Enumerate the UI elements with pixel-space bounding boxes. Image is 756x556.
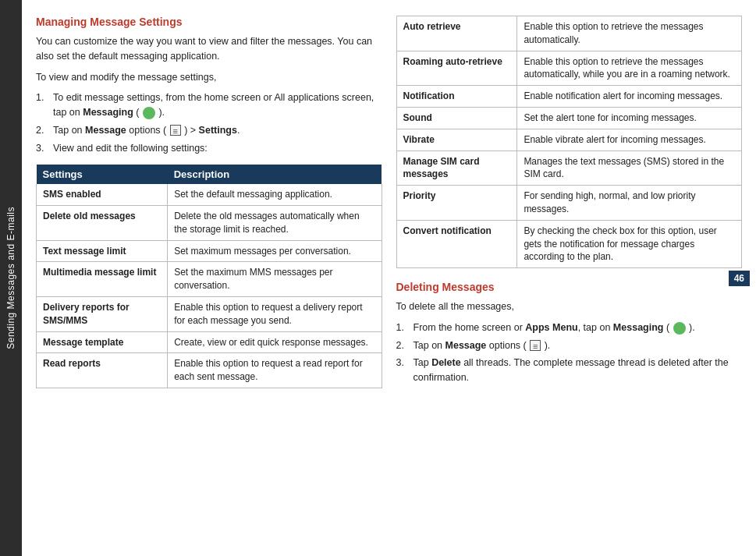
main-content: Managing Message Settings You can custom… [22,0,756,556]
sidebar-label: Sending Messages and E-mails [5,207,16,349]
step-2: 2. Tap on Message options ( ) > Settings… [36,123,382,138]
right-table: Auto retrieve Enable this option to retr… [396,16,743,268]
settings-col-header: Settings [37,165,168,184]
setting-name: Text message limit [37,240,168,262]
table-row: Auto retrieve Enable this option to retr… [396,16,742,51]
setting-desc: Manages the text messages (SMS) stored i… [517,151,742,186]
setting-name: Priority [396,186,517,221]
table-row: Notification Enable notification alert f… [396,86,742,108]
intro-para-2: To view and modify the message settings, [36,70,382,85]
left-column: Managing Message Settings You can custom… [36,16,382,540]
setting-name: Notification [396,86,517,108]
setting-desc: For sending high, normal, and low priori… [517,186,742,221]
setting-desc: Enable this option to request a delivery… [168,297,382,332]
table-row: Convert notification By checking the che… [396,220,742,267]
messaging-icon-2 [673,322,686,335]
managing-title: Managing Message Settings [36,16,382,28]
table-row: Multimedia message limit Set the maximum… [37,262,382,297]
setting-desc: Set the default messaging application. [168,184,382,205]
description-col-header: Description [168,165,382,184]
setting-name: Delete old messages [37,206,168,241]
setting-desc: Set the alert tone for incoming messages… [517,107,742,129]
table-row: Read reports Enable this option to reque… [37,353,382,388]
setting-desc: Enable notification alert for incoming m… [517,86,742,108]
table-row: Delete old messages Delete the old messa… [37,206,382,241]
messaging-icon-1 [143,107,155,119]
deleting-intro: To delete all the messages, [396,299,743,314]
setting-name: SMS enabled [37,184,168,205]
setting-name: Convert notification [396,220,517,267]
intro-para-1: You can customize the way you want to vi… [36,34,382,64]
setting-name: Sound [396,107,517,129]
setting-desc: Create, view or edit quick response mess… [168,331,382,353]
setting-desc: Set maximum messages per conversation. [168,240,382,262]
table-row: Delivery reports for SMS/MMS Enable this… [37,297,382,332]
setting-name: Vibrate [396,129,517,151]
setting-desc: Enable this option to retrieve the messa… [517,16,742,51]
setting-name: Manage SIM card messages [396,151,517,186]
setting-desc: Enable this option to retrieve the messa… [517,51,742,86]
table-row: Sound Set the alert tone for incoming me… [396,107,742,129]
step-1: 1. To edit message settings, from the ho… [36,90,382,120]
right-column: Auto retrieve Enable this option to retr… [396,16,743,540]
step-3: 3. View and edit the following settings: [36,141,382,156]
del-step-2: 2. Tap on Message options ( ). [396,338,743,353]
sidebar: Sending Messages and E-mails [0,0,22,556]
table-row: SMS enabled Set the default messaging ap… [37,184,382,205]
setting-name: Roaming auto-retrieve [396,51,517,86]
setting-desc: Enable vibrate alert for incoming messag… [517,129,742,151]
del-step-3: 3. Tap Delete all threads. The complete … [396,356,743,385]
setting-name: Message template [37,331,168,353]
deleting-steps-list: 1. From the home screen or Apps Menu, ta… [396,320,743,385]
table-row: Vibrate Enable vibrate alert for incomin… [396,129,742,151]
setting-desc: Enable this option to request a read rep… [168,353,382,388]
setting-name: Multimedia message limit [37,262,168,297]
deleting-section: Deleting Messages To delete all the mess… [396,281,743,385]
setting-name: Delivery reports for SMS/MMS [37,297,168,332]
setting-name: Auto retrieve [396,16,517,51]
menu-icon-2 [530,340,541,351]
table-row: Message template Create, view or edit qu… [37,331,382,353]
table-row: Priority For sending high, normal, and l… [396,186,742,221]
settings-table: Settings Description SMS enabled Set the… [36,165,382,388]
setting-desc: Delete the old messages automatically wh… [168,206,382,241]
setting-desc: Set the maximum MMS messages per convers… [168,262,382,297]
steps-list: 1. To edit message settings, from the ho… [36,90,382,155]
del-step-1: 1. From the home screen or Apps Menu, ta… [396,320,743,335]
menu-icon-1 [170,125,181,136]
table-row: Text message limit Set maximum messages … [37,240,382,262]
deleting-title: Deleting Messages [396,281,743,293]
table-row: Manage SIM card messages Manages the tex… [396,151,742,186]
setting-desc: By checking the check box for this optio… [517,220,742,267]
page-number: 46 [729,271,750,286]
table-row: Roaming auto-retrieve Enable this option… [396,51,742,86]
setting-name: Read reports [37,353,168,388]
